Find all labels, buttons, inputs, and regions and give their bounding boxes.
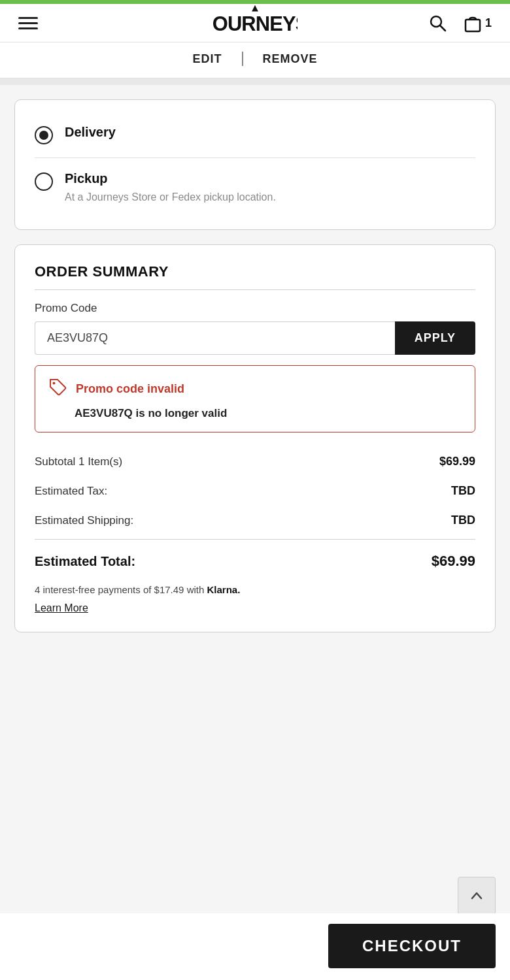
tax-value: TBD: [451, 484, 475, 498]
promo-row: APPLY: [35, 321, 475, 355]
checkout-button[interactable]: CHECKOUT: [328, 924, 496, 968]
tag-icon: [48, 378, 67, 400]
klarna-text: 4 interest-free payments of $17.49 with …: [35, 583, 475, 598]
edit-remove-bar: EDIT REMOVE: [0, 42, 510, 78]
tax-label: Estimated Tax:: [35, 485, 107, 498]
svg-point-5: [53, 382, 56, 385]
remove-button[interactable]: REMOVE: [243, 52, 337, 66]
klarna-section: 4 interest-free payments of $17.49 with …: [35, 574, 475, 616]
promo-label: Promo Code: [35, 302, 475, 315]
total-line: Estimated Total: $69.99: [35, 544, 475, 574]
edit-button[interactable]: EDIT: [173, 52, 241, 66]
promo-error-box: Promo code invalid AE3VU87Q is no longer…: [35, 365, 475, 433]
header-right: 1: [428, 13, 492, 33]
promo-error-message: AE3VU87Q is no longer valid: [48, 407, 462, 420]
promo-input[interactable]: [35, 321, 395, 355]
logo[interactable]: JOURNEYS: [212, 0, 298, 47]
pickup-option-content: Pickup At a Journeys Store or Fedex pick…: [65, 171, 276, 204]
section-divider: [0, 78, 510, 85]
pickup-sublabel: At a Journeys Store or Fedex pickup loca…: [65, 190, 276, 204]
journeys-logo-svg: JOURNEYS: [212, 0, 298, 44]
delivery-radio[interactable]: [35, 126, 53, 144]
klarna-brand: Klarna.: [207, 584, 240, 595]
shipping-label: Estimated Shipping:: [35, 514, 133, 527]
subtotal-label: Subtotal 1 Item(s): [35, 455, 122, 468]
shipping-line: Estimated Shipping: TBD: [35, 506, 475, 535]
pickup-label: Pickup: [65, 171, 276, 186]
svg-marker-1: [252, 5, 258, 12]
header: JOURNEYS 1: [0, 4, 510, 42]
shipping-value: TBD: [451, 514, 475, 527]
back-to-top-button[interactable]: [458, 877, 496, 915]
subtotal-line: Subtotal 1 Item(s) $69.99: [35, 447, 475, 476]
order-summary-section: ORDER SUMMARY Promo Code APPLY Promo cod…: [14, 244, 496, 632]
total-divider: [35, 539, 475, 540]
promo-error-title: Promo code invalid: [76, 382, 184, 396]
subtotal-value: $69.99: [439, 455, 475, 468]
tax-line: Estimated Tax: TBD: [35, 476, 475, 506]
total-label: Estimated Total:: [35, 554, 135, 569]
pickup-option[interactable]: Pickup At a Journeys Store or Fedex pick…: [35, 157, 475, 211]
svg-text:JOURNEYS: JOURNEYS: [212, 12, 298, 35]
bag-count: 1: [485, 16, 492, 30]
delivery-option[interactable]: Delivery: [35, 118, 475, 151]
promo-error-top: Promo code invalid: [48, 378, 462, 400]
order-summary-title: ORDER SUMMARY: [35, 263, 475, 290]
bag-icon[interactable]: 1: [463, 13, 492, 33]
total-value: $69.99: [432, 553, 475, 570]
checkout-bar: CHECKOUT: [0, 913, 510, 980]
delivery-label: Delivery: [65, 125, 116, 140]
header-left: [18, 17, 38, 29]
learn-more-link[interactable]: Learn More: [35, 600, 88, 616]
svg-rect-4: [466, 20, 480, 31]
hamburger-menu-icon[interactable]: [18, 17, 38, 29]
apply-button[interactable]: APPLY: [395, 321, 475, 355]
delivery-option-content: Delivery: [65, 125, 116, 140]
pickup-radio[interactable]: [35, 172, 53, 191]
klarna-payment-text: 4 interest-free payments of $17.49 with: [35, 584, 204, 595]
svg-line-3: [440, 25, 445, 31]
search-icon[interactable]: [428, 13, 447, 33]
delivery-pickup-section: Delivery Pickup At a Journeys Store or F…: [14, 99, 496, 230]
